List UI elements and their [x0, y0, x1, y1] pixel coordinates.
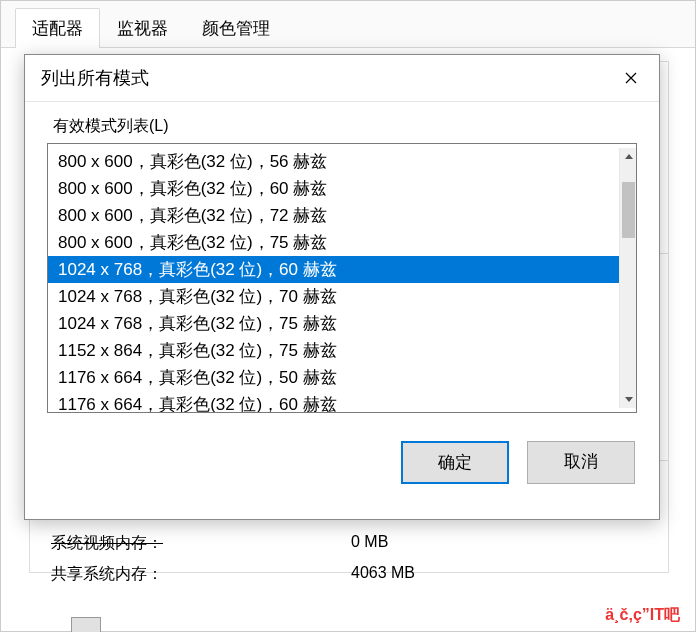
tab-adapter[interactable]: 适配器	[15, 8, 100, 48]
modes-listbox[interactable]: 800 x 600，真彩色(32 位)，56 赫兹800 x 600，真彩色(3…	[47, 143, 637, 413]
dialog-titlebar: 列出所有模式	[25, 55, 659, 102]
info-row-sharedmem: 共享系统内存： 4063 MB	[51, 564, 651, 585]
list-item[interactable]: 1176 x 664，真彩色(32 位)，50 赫兹	[48, 364, 619, 391]
modes-group-label: 有效模式列表(L)	[53, 116, 637, 137]
sharedmem-value: 4063 MB	[351, 564, 415, 585]
modes-group: 有效模式列表(L) 800 x 600，真彩色(32 位)，56 赫兹800 x…	[47, 116, 637, 413]
ok-button[interactable]: 确定	[401, 441, 509, 484]
list-item[interactable]: 800 x 600，真彩色(32 位)，56 赫兹	[48, 148, 619, 175]
adapter-info: 系统视频内存： 0 MB 共享系统内存： 4063 MB	[51, 533, 651, 595]
dialog-button-row: 确定 取消	[25, 421, 659, 502]
list-item[interactable]: 1024 x 768，真彩色(32 位)，75 赫兹	[48, 310, 619, 337]
scroll-thumb[interactable]	[622, 182, 635, 238]
sysvideo-label: 系统视频内存：	[51, 533, 351, 554]
tab-strip: 适配器 监视器 颜色管理	[1, 1, 695, 47]
sysvideo-value: 0 MB	[351, 533, 388, 554]
list-item[interactable]: 1024 x 768，真彩色(32 位)，60 赫兹	[48, 256, 619, 283]
tab-monitor[interactable]: 监视器	[100, 8, 185, 48]
list-item[interactable]: 1024 x 768，真彩色(32 位)，70 赫兹	[48, 283, 619, 310]
info-row-sysvideo: 系统视频内存： 0 MB	[51, 533, 651, 554]
list-all-modes-button-bg[interactable]	[71, 617, 101, 632]
list-item[interactable]: 1176 x 664，真彩色(32 位)，60 赫兹	[48, 391, 619, 413]
scrollbar[interactable]	[619, 148, 636, 408]
scroll-down-icon[interactable]	[620, 391, 637, 408]
close-icon[interactable]	[615, 65, 647, 91]
tab-color-management[interactable]: 颜色管理	[185, 8, 287, 48]
sharedmem-label: 共享系统内存：	[51, 564, 351, 585]
dialog-title: 列出所有模式	[41, 66, 615, 90]
list-all-modes-dialog: 列出所有模式 有效模式列表(L) 800 x 600，真彩色(32 位)，56 …	[24, 54, 660, 520]
list-item[interactable]: 1152 x 864，真彩色(32 位)，75 赫兹	[48, 337, 619, 364]
watermark: ä¸č‚ç”IT吧	[605, 605, 680, 626]
scroll-up-icon[interactable]	[620, 148, 637, 165]
list-item[interactable]: 800 x 600，真彩色(32 位)，72 赫兹	[48, 202, 619, 229]
list-item[interactable]: 800 x 600，真彩色(32 位)，75 赫兹	[48, 229, 619, 256]
list-item[interactable]: 800 x 600，真彩色(32 位)，60 赫兹	[48, 175, 619, 202]
list-items-container: 800 x 600，真彩色(32 位)，56 赫兹800 x 600，真彩色(3…	[48, 148, 619, 408]
cancel-button[interactable]: 取消	[527, 441, 635, 484]
